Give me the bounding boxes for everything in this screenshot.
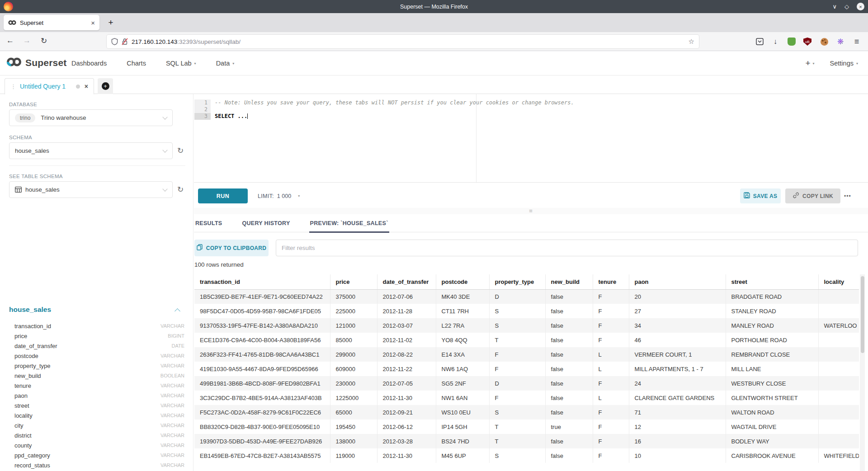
table-cell: 2012-09-21: [377, 405, 436, 419]
table-name-heading[interactable]: house_sales: [9, 306, 51, 314]
refresh-schema-icon[interactable]: ↻: [177, 146, 184, 155]
insecure-lock-icon[interactable]: [122, 38, 128, 45]
tracking-shield-icon[interactable]: [111, 38, 118, 45]
extension-pinwheel-icon[interactable]: ❋: [835, 37, 845, 47]
superset-brand[interactable]: Superset: [6, 57, 66, 69]
table-cell: T: [489, 434, 545, 448]
column-header-paon[interactable]: paon: [629, 274, 726, 289]
copy-link-button[interactable]: COPY LINK: [785, 188, 840, 203]
results-scrollbar[interactable]: [860, 274, 865, 471]
window-minimize-icon[interactable]: ∨: [832, 4, 837, 9]
column-header-price[interactable]: price: [330, 274, 377, 289]
copy-to-clipboard-button[interactable]: COPY TO CLIPBOARD: [194, 240, 269, 256]
table-cell: 20: [629, 289, 726, 304]
results-tab-preview[interactable]: PREVIEW: `HOUSE_SALES`: [309, 214, 389, 232]
sql-editor[interactable]: 1 2 3 -- Note: Unless you save your quer…: [194, 94, 868, 183]
column-name: date_of_transfer: [14, 343, 171, 349]
table-row: EB1459EB-67ED-47C8-B2E7-A38143AB55751190…: [194, 448, 859, 463]
new-tab-button[interactable]: +: [105, 17, 117, 28]
drag-handle-icon[interactable]: ⋮: [10, 83, 16, 90]
pane-resize-band[interactable]: ≡: [194, 208, 868, 214]
line-number: 2: [194, 106, 211, 113]
url-path: :32393/superset/sqllab/: [177, 38, 241, 45]
column-header-postcode[interactable]: postcode: [436, 274, 489, 289]
table-cell: WHITEFIELD: [818, 448, 859, 463]
column-name: price: [14, 333, 168, 339]
schema-column-row: cityVARCHAR: [0, 420, 193, 430]
column-type: VARCHAR: [160, 323, 184, 329]
main-nav: DashboardsChartsSQL Lab▾Data▾: [71, 51, 234, 75]
window-maximize-icon[interactable]: ◇: [844, 4, 849, 9]
limit-dropdown[interactable]: LIMIT: 1 000 ▾: [253, 188, 304, 203]
chevron-up-icon[interactable]: [175, 308, 180, 314]
downloads-icon[interactable]: ↓: [770, 37, 780, 47]
more-actions-button[interactable]: •••: [844, 188, 851, 203]
filter-results-input[interactable]: [276, 240, 858, 256]
query-tab-active[interactable]: ⋮ Untitled Query 1 ×: [5, 78, 94, 94]
nav-item-charts[interactable]: Charts: [127, 60, 146, 67]
window-close-icon[interactable]: ×: [857, 3, 864, 10]
nav-item-sql-lab[interactable]: SQL Lab▾: [166, 60, 196, 67]
table-cell: 46: [629, 333, 726, 347]
table-cell: 2012-07-05: [377, 376, 436, 391]
table-cell: WESTBURY CLOSE: [726, 376, 818, 391]
column-header-street[interactable]: street: [726, 274, 818, 289]
schema-column-row: record_statusVARCHAR: [0, 460, 193, 470]
table-cell: [818, 289, 859, 304]
schema-column-row: property_typeVARCHAR: [0, 361, 193, 371]
nav-item-label: Charts: [127, 60, 146, 67]
cookie-extension-icon[interactable]: [819, 37, 829, 47]
browser-tab-close-icon[interactable]: ×: [91, 19, 95, 27]
browser-tab[interactable]: Superset ×: [4, 15, 99, 30]
nav-item-dashboards[interactable]: Dashboards: [71, 60, 107, 67]
scrollbar-thumb[interactable]: [861, 276, 864, 353]
editor-gutter: 1 2 3: [194, 99, 211, 120]
results-table: transaction_idpricedate_of_transferpostc…: [194, 274, 859, 471]
url-bar[interactable]: 217.160.120.143:32393/superset/sqllab/ ☆: [107, 35, 699, 48]
nav-item-data[interactable]: Data▾: [216, 60, 235, 67]
table-cell: BB8320C9-D82B-4B37-90E0-9FEE05095E10: [194, 419, 330, 434]
column-name: city: [14, 422, 160, 429]
run-button[interactable]: RUN: [198, 188, 248, 203]
table-cell: [818, 434, 859, 448]
column-type: VARCHAR: [160, 393, 184, 398]
table-cell: [818, 405, 859, 419]
refresh-table-icon[interactable]: ↻: [177, 185, 184, 194]
save-to-pocket-icon[interactable]: [755, 37, 764, 47]
new-query-tab-button[interactable]: +: [98, 78, 113, 94]
column-header-date_of_transfer[interactable]: date_of_transfer: [377, 274, 436, 289]
column-header-tenure[interactable]: tenure: [593, 274, 629, 289]
table-cell: SG5 2NF: [436, 376, 489, 391]
database-label: DATABASE: [9, 102, 37, 107]
ublock-icon[interactable]: uB: [802, 37, 812, 47]
editor-code[interactable]: -- Note: Unless you save your query, the…: [215, 99, 863, 120]
privacy-badger-icon[interactable]: [787, 37, 797, 47]
bookmark-star-icon[interactable]: ☆: [689, 38, 694, 46]
forward-icon[interactable]: →: [23, 36, 31, 45]
save-icon: [744, 192, 750, 200]
settings-menu[interactable]: Settings▾: [830, 60, 858, 67]
table-cell: F: [593, 405, 629, 419]
table-row: 419E1030-9A55-4467-8DA9-9FED95D659666090…: [194, 362, 859, 376]
table-cell: 2012-03-28: [377, 434, 436, 448]
column-header-locality[interactable]: locality: [818, 274, 859, 289]
table-row: 1B5C39ED-BE7F-41EF-9E71-9C60EED74A223750…: [194, 289, 859, 304]
schema-select[interactable]: house_sales: [9, 142, 173, 159]
query-tab-close-icon[interactable]: ×: [85, 83, 88, 90]
column-header-property_type[interactable]: property_type: [489, 274, 545, 289]
save-as-button[interactable]: SAVE AS: [740, 188, 781, 203]
back-icon[interactable]: ←: [6, 36, 14, 45]
superset-logo-icon: [6, 57, 22, 69]
table-schema-select[interactable]: house_sales: [9, 181, 173, 198]
menu-icon[interactable]: ≡: [852, 37, 862, 47]
table-cell: [818, 333, 859, 347]
results-tab-results[interactable]: RESULTS: [194, 214, 223, 232]
results-tab-query-history[interactable]: QUERY HISTORY: [241, 214, 291, 232]
column-header-transaction_id[interactable]: transaction_id: [194, 274, 330, 289]
database-select[interactable]: trino Trino warehouse: [9, 109, 173, 126]
new-item-button[interactable]: +▾: [805, 58, 814, 68]
table-cell: false: [545, 347, 593, 362]
column-type: VARCHAR: [160, 383, 184, 388]
reload-icon[interactable]: ↻: [41, 36, 47, 46]
column-header-new_build[interactable]: new_build: [545, 274, 593, 289]
